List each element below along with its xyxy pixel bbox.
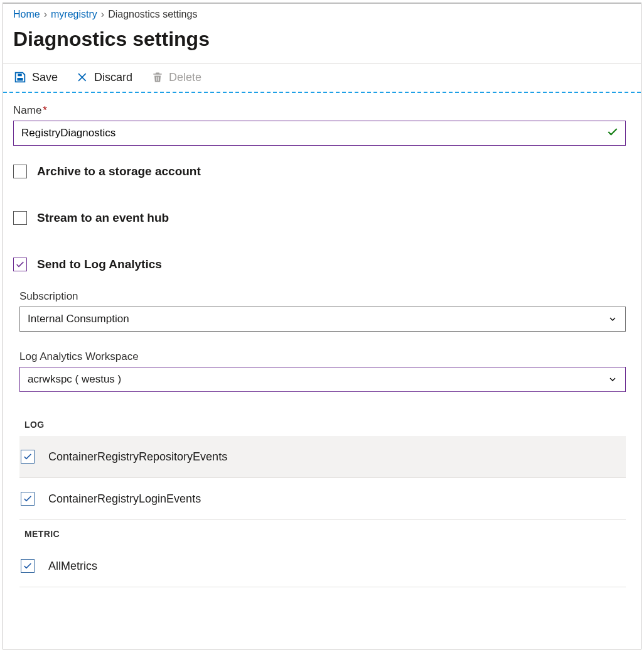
checkbox-archive-storage[interactable] bbox=[13, 165, 27, 178]
check-icon bbox=[606, 126, 619, 141]
checkbox-event-hub[interactable] bbox=[13, 211, 27, 225]
close-icon bbox=[77, 71, 89, 84]
required-indicator: * bbox=[43, 104, 47, 116]
checkbox-metric-category-0[interactable] bbox=[21, 559, 35, 573]
subscription-value: Internal Consumption bbox=[28, 313, 129, 325]
save-button[interactable]: Save bbox=[13, 70, 58, 84]
chevron-down-icon bbox=[608, 314, 618, 324]
log-category-label: ContainerRegistryLoginEvents bbox=[48, 492, 201, 506]
breadcrumb-myregistry[interactable]: myregistry bbox=[51, 9, 97, 20]
metric-category-label: AllMetrics bbox=[48, 560, 97, 573]
destination-log-analytics[interactable]: Send to Log Analytics bbox=[13, 258, 626, 271]
save-icon bbox=[13, 70, 27, 84]
checkbox-log-analytics[interactable] bbox=[13, 258, 27, 271]
discard-label: Discard bbox=[94, 71, 132, 84]
chevron-right-icon: › bbox=[101, 9, 104, 20]
log-category-row[interactable]: ContainerRegistryRepositoryEvents bbox=[19, 436, 626, 478]
subscription-select[interactable]: Internal Consumption bbox=[19, 307, 626, 332]
archive-storage-label: Archive to a storage account bbox=[37, 165, 201, 178]
subscription-label: Subscription bbox=[19, 290, 626, 303]
workspace-label: Log Analytics Workspace bbox=[19, 350, 626, 363]
log-category-row[interactable]: ContainerRegistryLoginEvents bbox=[19, 478, 626, 520]
delete-label: Delete bbox=[169, 71, 201, 84]
destination-archive-storage[interactable]: Archive to a storage account bbox=[13, 165, 626, 178]
event-hub-label: Stream to an event hub bbox=[37, 211, 169, 225]
chevron-right-icon: › bbox=[44, 9, 47, 20]
breadcrumb-current: Diagnostics settings bbox=[108, 9, 197, 20]
trash-icon bbox=[151, 71, 164, 84]
name-input[interactable] bbox=[20, 122, 606, 144]
chevron-down-icon bbox=[608, 374, 618, 384]
toolbar: Save Discard Delete bbox=[3, 63, 641, 93]
name-label: Name* bbox=[13, 104, 626, 117]
workspace-value: acrwkspc ( westus ) bbox=[28, 373, 121, 386]
page-title: Diagnostics settings bbox=[13, 28, 631, 51]
workspace-select[interactable]: acrwkspc ( westus ) bbox=[19, 367, 626, 392]
metric-category-row[interactable]: AllMetrics bbox=[19, 545, 626, 587]
metric-group-header: METRIC bbox=[19, 520, 626, 545]
log-analytics-label: Send to Log Analytics bbox=[37, 258, 162, 271]
log-group-header: LOG bbox=[19, 411, 626, 436]
checkbox-log-category-0[interactable] bbox=[21, 450, 35, 464]
breadcrumb-home[interactable]: Home bbox=[13, 9, 40, 20]
name-input-wrapper bbox=[13, 121, 626, 146]
save-label: Save bbox=[32, 71, 58, 84]
delete-button: Delete bbox=[151, 71, 201, 84]
breadcrumb: Home › myregistry › Diagnostics settings bbox=[3, 4, 641, 24]
discard-button[interactable]: Discard bbox=[77, 71, 132, 84]
destination-event-hub[interactable]: Stream to an event hub bbox=[13, 211, 626, 225]
checkbox-log-category-1[interactable] bbox=[21, 492, 35, 506]
log-category-label: ContainerRegistryRepositoryEvents bbox=[48, 450, 227, 464]
